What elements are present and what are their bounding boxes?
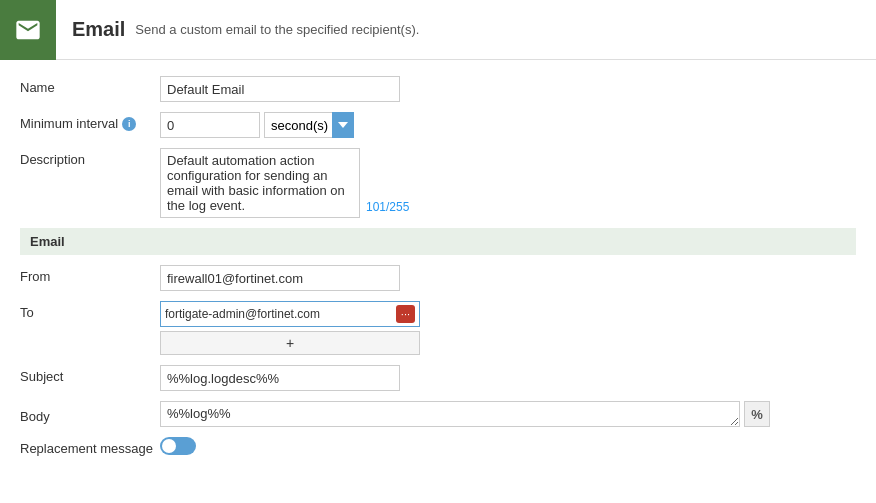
body-row: Body %%log%% % (20, 401, 856, 427)
info-icon[interactable]: i (122, 117, 136, 131)
from-input[interactable] (160, 265, 400, 291)
content-area: Name Minimum interval i second(s) minute… (0, 60, 876, 482)
body-label: Body (20, 405, 160, 424)
interval-unit-select[interactable]: second(s) minute(s) hour(s) (264, 112, 354, 138)
to-tag-value: fortigate-admin@fortinet.com (165, 307, 396, 321)
body-textarea[interactable]: %%log%% (160, 401, 740, 427)
email-icon-box (0, 0, 56, 60)
to-field: fortigate-admin@fortinet.com ··· + (160, 301, 856, 355)
email-section-header: Email (20, 228, 856, 255)
body-field: %%log%% % (160, 401, 770, 427)
char-count: 101/255 (366, 148, 409, 214)
email-section: Email From To fortigate-admin@fortinet.c… (20, 228, 856, 456)
replacement-toggle[interactable] (160, 437, 196, 455)
from-row: From (20, 265, 856, 291)
subject-label: Subject (20, 365, 160, 384)
replacement-message-row: Replacement message (20, 437, 856, 456)
add-recipient-button[interactable]: + (160, 331, 420, 355)
page-title: Email (72, 18, 125, 41)
percent-button[interactable]: % (744, 401, 770, 427)
interval-field: second(s) minute(s) hour(s) (160, 112, 856, 138)
toggle-thumb (162, 439, 176, 453)
subject-row: Subject (20, 365, 856, 391)
name-label: Name (20, 76, 160, 95)
name-row: Name (20, 76, 856, 102)
from-field (160, 265, 856, 291)
name-field (160, 76, 856, 102)
description-textarea[interactable]: Default automation action configuration … (160, 148, 360, 218)
min-interval-label: Minimum interval i (20, 112, 160, 131)
interval-input[interactable] (160, 112, 260, 138)
description-label: Description (20, 148, 160, 167)
min-interval-row: Minimum interval i second(s) minute(s) h… (20, 112, 856, 138)
to-input-field[interactable]: fortigate-admin@fortinet.com ··· (160, 301, 420, 327)
description-row: Description Default automation action co… (20, 148, 856, 218)
from-label: From (20, 265, 160, 284)
replacement-toggle-wrap (160, 437, 196, 455)
subject-input[interactable] (160, 365, 400, 391)
to-label: To (20, 301, 160, 320)
to-more-button[interactable]: ··· (396, 305, 415, 323)
subject-field (160, 365, 856, 391)
add-recipient-row: + (160, 331, 856, 355)
replacement-message-label: Replacement message (20, 437, 160, 456)
description-field: Default automation action configuration … (160, 148, 409, 218)
name-input[interactable] (160, 76, 400, 102)
interval-unit-select-wrap: second(s) minute(s) hour(s) (264, 112, 354, 138)
page-subtitle: Send a custom email to the specified rec… (135, 22, 419, 37)
page-header: Email Send a custom email to the specifi… (0, 0, 876, 60)
to-row: To fortigate-admin@fortinet.com ··· + (20, 301, 856, 355)
email-icon (14, 16, 42, 44)
